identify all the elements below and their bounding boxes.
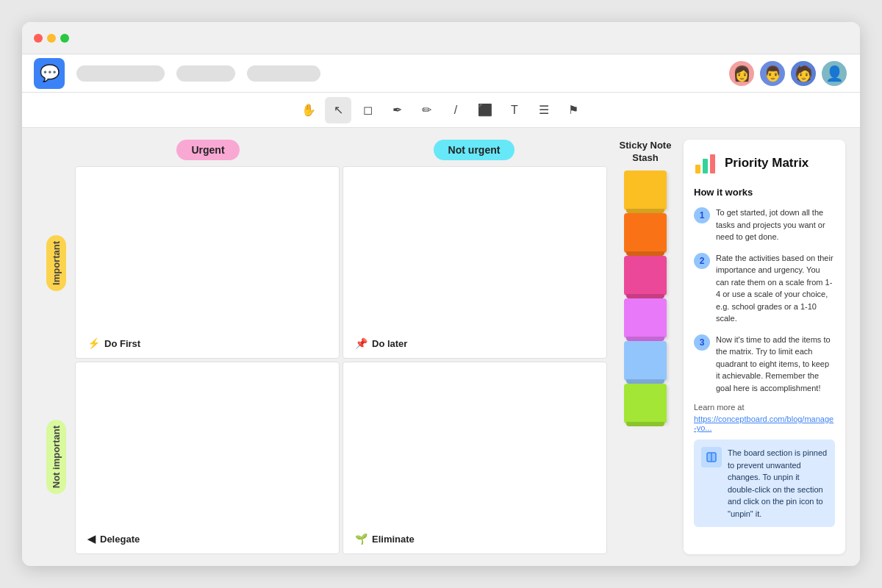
cell-do-later[interactable]: 📌 Do later xyxy=(343,166,607,359)
shape-tool[interactable]: ⬛ xyxy=(472,97,498,123)
stash-column: Sticky Note Stash xyxy=(616,140,675,554)
titlebar xyxy=(22,22,860,54)
window-controls xyxy=(34,34,69,43)
stash-title: Sticky Note Stash xyxy=(616,140,675,165)
sticky-note-green[interactable] xyxy=(624,384,667,423)
step-1-text: To get started, jot down all the tasks a… xyxy=(716,207,835,243)
avatar-3[interactable]: 🧑 xyxy=(789,60,817,87)
app-window: 💬 👩 👨 🧑 👤 ✋ ↖ ◻ ✒ ✏ / ⬛ T ☰ ⚑ xyxy=(22,22,860,566)
flag-tool[interactable]: ⚑ xyxy=(560,97,587,123)
avatar-2[interactable]: 👨 xyxy=(759,60,786,87)
svg-rect-2 xyxy=(710,154,715,173)
sticky-note-pink[interactable] xyxy=(624,256,667,295)
minimize-dot[interactable] xyxy=(47,34,56,43)
not-urgent-badge: Not urgent xyxy=(434,140,515,160)
cell-eliminate[interactable]: 🌱 Eliminate xyxy=(343,362,607,554)
step-3-text: Now it's time to add the items to the ma… xyxy=(716,334,835,395)
sticky-tool[interactable]: ☰ xyxy=(531,97,557,123)
logo[interactable]: 💬 xyxy=(34,58,65,89)
grid-row-1: ⚡ Do First 📌 Do later xyxy=(75,166,607,359)
step-2-text: Rate the activities based on their impor… xyxy=(716,252,835,325)
select-tool[interactable]: ↖ xyxy=(325,97,351,123)
grid-columns: ⚡ Do First 📌 Do later xyxy=(75,166,607,554)
grid-row-2: ◀ Delegate 🌱 Eliminate xyxy=(75,362,607,554)
pin-icon xyxy=(701,447,722,467)
do-later-icon: 📌 xyxy=(355,337,368,349)
avatars: 👩 👨 🧑 👤 xyxy=(728,60,848,87)
cell-label-eliminate: 🌱 Eliminate xyxy=(355,533,415,545)
sticky-note-yellow[interactable] xyxy=(624,171,667,210)
col-header-urgent: Urgent xyxy=(75,140,341,160)
svg-rect-0 xyxy=(695,165,700,173)
urgent-badge: Urgent xyxy=(176,140,239,160)
toolbar: ✋ ↖ ◻ ✒ ✏ / ⬛ T ☰ ⚑ xyxy=(22,93,860,128)
hand-tool[interactable]: ✋ xyxy=(295,97,322,123)
menubar-left: 💬 xyxy=(34,58,320,89)
col-header-not-urgent: Not urgent xyxy=(341,140,607,160)
sticky-note-orange[interactable] xyxy=(624,213,667,253)
step-3: 3 Now it's time to add the items to the … xyxy=(694,334,835,395)
row-label-not-important: Not important xyxy=(46,420,66,494)
row-label-important-wrapper: Important xyxy=(37,166,75,360)
marker-tool[interactable]: ✏ xyxy=(413,97,440,123)
panel-header: Priority Matrix xyxy=(694,151,835,175)
menubar: 💬 👩 👨 🧑 👤 xyxy=(22,54,860,93)
do-first-icon: ⚡ xyxy=(87,337,100,349)
avatar-4[interactable]: 👤 xyxy=(820,60,848,87)
pen-tool[interactable]: ✒ xyxy=(384,97,410,123)
avatar-1[interactable]: 👩 xyxy=(728,60,756,87)
info-panel: Priority Matrix How it works 1 To get st… xyxy=(684,140,845,554)
panel-title: Priority Matrix xyxy=(725,156,808,171)
cell-label-do-first: ⚡ Do First xyxy=(87,337,140,349)
cell-label-do-later: 📌 Do later xyxy=(355,337,407,349)
logo-icon: 💬 xyxy=(40,64,60,83)
close-dot[interactable] xyxy=(34,34,43,43)
eliminate-icon: 🌱 xyxy=(355,533,368,545)
learn-more-label: Learn more at xyxy=(694,403,835,412)
matrix-main: Urgent Not urgent Important Not import xyxy=(37,140,607,554)
maximize-dot[interactable] xyxy=(60,34,69,43)
line-tool[interactable]: / xyxy=(442,97,469,123)
step-2: 2 Rate the activities based on their imp… xyxy=(694,252,835,325)
cell-delegate[interactable]: ◀ Delegate xyxy=(75,362,340,554)
menu-item-1[interactable] xyxy=(76,65,165,82)
canvas-area: Urgent Not urgent Important Not import xyxy=(22,128,860,566)
chart-icon xyxy=(694,151,717,175)
step-1: 1 To get started, jot down all the tasks… xyxy=(694,207,835,243)
pin-notice: The board section is pinned to prevent u… xyxy=(694,440,835,527)
step-3-num: 3 xyxy=(694,334,710,351)
matrix-grid: Important Not important ⚡ xyxy=(37,166,607,554)
svg-rect-1 xyxy=(703,159,708,173)
sticky-stack xyxy=(624,171,667,423)
how-it-works-label: How it works xyxy=(694,187,835,198)
delegate-icon: ◀ xyxy=(87,533,96,545)
menu-item-3[interactable] xyxy=(247,65,320,82)
cell-do-first[interactable]: ⚡ Do First xyxy=(75,166,340,359)
matrix-wrapper: Urgent Not urgent Important Not import xyxy=(37,140,845,554)
eraser-tool[interactable]: ◻ xyxy=(354,97,381,123)
step-2-num: 2 xyxy=(694,253,710,269)
cell-label-delegate: ◀ Delegate xyxy=(87,533,140,545)
menu-item-2[interactable] xyxy=(176,65,235,82)
pin-notice-text: The board section is pinned to prevent u… xyxy=(728,447,828,520)
row-label-important: Important xyxy=(46,235,66,291)
row-labels: Important Not important xyxy=(37,166,75,554)
text-tool[interactable]: T xyxy=(501,97,528,123)
col-headers: Urgent Not urgent xyxy=(37,140,607,160)
learn-more-link[interactable]: https://conceptboard.com/blog/manage-yo.… xyxy=(694,415,835,432)
sticky-note-purple[interactable] xyxy=(624,298,667,338)
row-label-not-important-wrapper: Not important xyxy=(37,360,75,554)
sticky-note-blue[interactable] xyxy=(624,341,667,381)
step-1-num: 1 xyxy=(694,207,710,223)
